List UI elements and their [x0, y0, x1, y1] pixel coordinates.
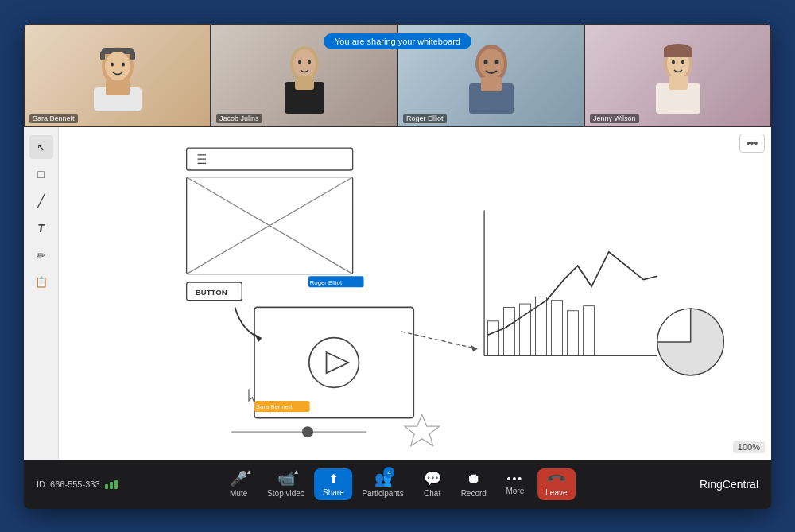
video-strip: You are sharing your whiteboard [24, 24, 771, 127]
mute-button[interactable]: 🎤▲ Mute [219, 467, 258, 501]
name-jacob: Jacob Julins [216, 114, 262, 123]
svg-rect-55 [568, 310, 579, 355]
record-icon: ⏺ [467, 471, 481, 487]
svg-rect-26 [664, 48, 692, 57]
rectangle-tool[interactable]: □ [29, 162, 53, 186]
svg-text:BUTTON: BUTTON [196, 287, 227, 296]
svg-point-10 [293, 49, 316, 78]
participants-button[interactable]: 👥 4 Participants [355, 467, 409, 501]
svg-rect-28 [669, 76, 688, 90]
participants-icon: 👥 4 [374, 470, 392, 487]
svg-point-23 [672, 60, 675, 64]
mute-icon: 🎤▲ [230, 470, 247, 487]
chat-icon: 💬 [424, 470, 441, 487]
svg-point-24 [681, 60, 684, 64]
svg-point-47 [302, 426, 313, 437]
svg-point-16 [479, 49, 504, 79]
participants-badge: 4 [384, 467, 395, 478]
name-jenny: Jenny Wilson [590, 114, 639, 123]
whiteboard: ••• Roger Elliot BUTTON [59, 127, 771, 460]
svg-text:Sara Bennett: Sara Bennett [256, 403, 293, 410]
signal-bar-1 [105, 484, 108, 489]
document-tool[interactable]: 📋 [29, 270, 53, 294]
stop-video-label: Stop video [267, 489, 304, 498]
svg-rect-20 [481, 77, 502, 91]
share-banner: You are sharing your whiteboard [324, 33, 471, 49]
signal-bars [105, 480, 118, 489]
share-icon: ⬆ [328, 472, 339, 487]
bottom-bar: ID: 666-555-333 🎤▲ Mute 📹▲ Stop video [24, 460, 771, 509]
svg-point-6 [122, 62, 125, 66]
svg-point-17 [483, 60, 487, 64]
name-roger: Roger Elliot [403, 114, 447, 123]
svg-rect-14 [295, 76, 314, 90]
svg-point-12 [308, 60, 311, 64]
svg-text:Roger Elliot: Roger Elliot [310, 278, 343, 285]
zoom-indicator: 100% [733, 441, 765, 453]
svg-rect-8 [106, 80, 130, 95]
signal-bar-2 [110, 482, 113, 489]
record-label: Record [461, 489, 487, 498]
bottom-controls: 🎤▲ Mute 📹▲ Stop video ⬆ Share 👥 4 [219, 467, 576, 501]
participants-label: Participants [362, 489, 403, 498]
video-icon: 📹▲ [277, 470, 295, 487]
more-icon: ••• [507, 472, 524, 485]
svg-point-4 [105, 52, 130, 80]
main-area: ↖ □ ╱ T ✏ 📋 ••• Roger Elliot [24, 127, 771, 460]
svg-rect-50 [487, 320, 498, 355]
leave-icon: 📞 [545, 468, 568, 490]
signal-bar-3 [114, 480, 118, 489]
more-button-whiteboard[interactable]: ••• [739, 134, 765, 153]
chat-button[interactable]: 💬 Chat [413, 467, 452, 501]
app-window: You are sharing your whiteboard [24, 24, 771, 509]
text-tool[interactable]: T [29, 216, 53, 240]
video-tile-sara: Sara Bennett [24, 24, 211, 127]
svg-rect-53 [536, 297, 547, 355]
svg-rect-54 [552, 300, 563, 355]
svg-point-5 [111, 62, 114, 66]
more-label: More [506, 487, 524, 495]
line-tool[interactable]: ╱ [29, 189, 53, 213]
stop-video-button[interactable]: 📹▲ Stop video [261, 467, 311, 501]
svg-rect-51 [503, 307, 514, 355]
left-toolbar: ↖ □ ╱ T ✏ 📋 [24, 127, 59, 460]
more-button[interactable]: ••• More [496, 469, 534, 499]
video-tile-jenny: Jenny Wilson [584, 24, 771, 127]
pen-tool[interactable]: ✏ [29, 243, 53, 267]
record-button[interactable]: ⏺ Record [455, 468, 493, 501]
mute-label: Mute [230, 489, 247, 498]
share-label: Share [323, 488, 344, 497]
svg-rect-56 [584, 305, 595, 355]
svg-point-18 [494, 60, 498, 64]
svg-point-11 [298, 60, 301, 64]
chat-label: Chat [424, 489, 440, 498]
svg-rect-29 [187, 148, 353, 170]
svg-rect-3 [130, 51, 135, 60]
svg-rect-2 [100, 51, 105, 60]
meeting-id: ID: 666-555-333 [37, 480, 118, 489]
brand-name: RingCentral [700, 478, 758, 491]
share-button[interactable]: ⬆ Share [314, 468, 352, 500]
name-sara: Sara Bennett [29, 114, 78, 123]
select-tool[interactable]: ↖ [29, 135, 53, 159]
leave-button[interactable]: 📞 Leave [537, 468, 576, 500]
